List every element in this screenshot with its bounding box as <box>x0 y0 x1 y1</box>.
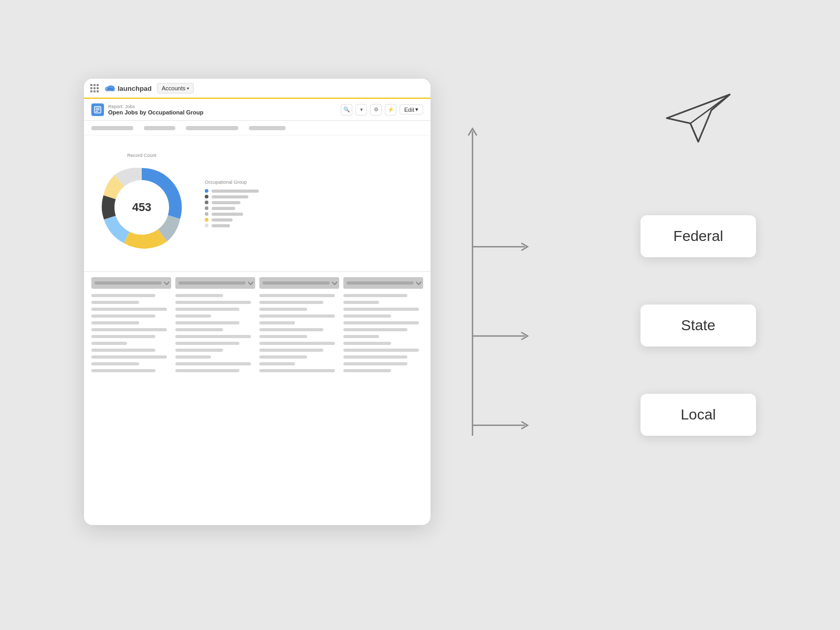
legend-bar-6 <box>212 218 233 222</box>
federal-label-box: Federal <box>640 215 756 257</box>
logo: launchpad <box>104 83 152 93</box>
scene: launchpad Accounts ▾ Report: <box>52 52 788 578</box>
cell <box>259 349 323 352</box>
legend-dot-7 <box>205 224 208 227</box>
cell <box>175 369 239 372</box>
col-header-bar-c <box>262 281 330 285</box>
paper-plane-icon <box>662 89 735 147</box>
cell <box>175 308 239 311</box>
accounts-button[interactable]: Accounts ▾ <box>157 83 194 93</box>
report-name: Open Jobs by Occupational Group <box>108 109 204 116</box>
table-row <box>91 301 423 304</box>
logo-text: launchpad <box>118 85 152 92</box>
table-row <box>91 362 423 365</box>
col-header-d[interactable] <box>343 277 423 289</box>
chevron-down-icon: ▾ <box>415 106 418 113</box>
cell <box>175 349 223 352</box>
legend-bar-4 <box>212 207 235 210</box>
legend-dot-1 <box>205 189 208 193</box>
filter-icon-button[interactable]: ▾ <box>355 104 367 116</box>
svg-marker-13 <box>667 94 730 142</box>
chevron-down-icon: ▾ <box>187 86 189 91</box>
cell <box>91 342 127 345</box>
table-row <box>91 342 423 345</box>
local-label-box: Local <box>640 394 756 436</box>
cell <box>91 328 167 331</box>
legend-item-7 <box>205 224 259 227</box>
col-header-b[interactable] <box>175 277 255 289</box>
legend-dot-2 <box>205 195 208 198</box>
legend-bar-1 <box>212 190 259 193</box>
cell <box>259 328 323 331</box>
settings-icon-button[interactable]: ⚙ <box>370 104 382 116</box>
report-title-group: Report: Jobs Open Jobs by Occupational G… <box>91 103 204 116</box>
filter-pill-3 <box>186 126 238 130</box>
cell <box>343 314 391 318</box>
cell <box>175 335 251 338</box>
table-row <box>91 355 423 359</box>
state-label: State <box>681 317 715 334</box>
report-titles: Report: Jobs Open Jobs by Occupational G… <box>108 104 204 116</box>
legend-title: Occupational Group <box>205 180 259 185</box>
cell <box>259 321 295 324</box>
cell <box>343 349 419 352</box>
cell <box>91 294 155 297</box>
connector-lines <box>462 79 766 525</box>
svg-line-15 <box>690 123 698 142</box>
cell <box>259 335 307 338</box>
sort-icon-d <box>416 279 422 285</box>
report-label: Report: Jobs <box>108 104 204 109</box>
cell <box>259 342 335 345</box>
table-row <box>91 321 423 324</box>
legend-bar-2 <box>212 195 248 198</box>
report-icon-box <box>91 103 104 116</box>
right-side: Federal State Local <box>462 79 766 525</box>
cell <box>343 335 379 338</box>
cell <box>175 314 211 318</box>
col-header-a[interactable] <box>91 277 171 289</box>
report-header: Report: Jobs Open Jobs by Occupational G… <box>84 99 430 121</box>
cell <box>343 321 419 324</box>
edit-button[interactable]: Edit ▾ <box>400 104 423 114</box>
filter-pill-1 <box>91 126 133 130</box>
legend-item-4 <box>205 206 259 210</box>
cell <box>343 369 391 372</box>
cell <box>175 294 223 297</box>
search-icon-button[interactable]: 🔍 <box>341 104 352 116</box>
cell <box>175 328 223 331</box>
legend-bar-7 <box>212 224 230 227</box>
col-header-bar-d <box>346 281 414 285</box>
cell <box>343 308 419 311</box>
table-row <box>91 369 423 372</box>
cell <box>175 301 251 304</box>
legend-item-3 <box>205 201 259 204</box>
col-header-c[interactable] <box>259 277 339 289</box>
cell <box>343 362 407 365</box>
nav-bar: launchpad Accounts ▾ <box>84 79 430 99</box>
legend-bar-5 <box>212 213 243 216</box>
cell <box>343 328 407 331</box>
report-icon <box>94 106 101 113</box>
svg-line-14 <box>690 94 730 123</box>
state-label-box: State <box>640 304 756 346</box>
table-row <box>91 335 423 338</box>
cell <box>91 308 167 311</box>
cell <box>91 349 155 352</box>
cell <box>175 355 211 359</box>
cell <box>91 314 155 318</box>
cell <box>343 301 379 304</box>
cell <box>259 362 295 365</box>
sort-icon-c <box>332 279 338 285</box>
legend-bar-3 <box>212 201 240 204</box>
app-window: launchpad Accounts ▾ Report: <box>84 79 430 525</box>
legend-item-2 <box>205 195 259 198</box>
cell <box>175 362 251 365</box>
legend-dot-6 <box>205 218 208 222</box>
cell <box>259 301 323 304</box>
grid-icon[interactable] <box>90 84 99 92</box>
bolt-icon-button[interactable]: ⚡ <box>385 104 396 116</box>
cell <box>259 314 335 318</box>
local-label: Local <box>681 406 716 423</box>
table-rows-group <box>91 294 423 372</box>
cell <box>91 321 139 324</box>
